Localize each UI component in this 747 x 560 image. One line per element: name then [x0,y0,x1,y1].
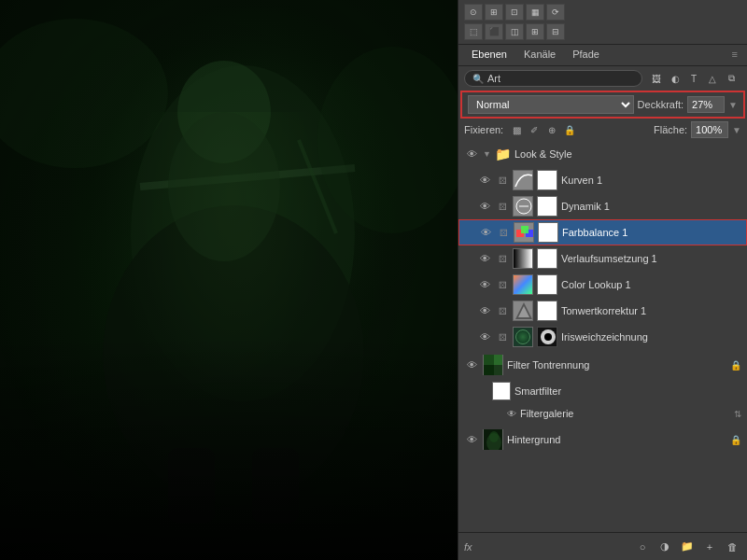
tool-icon-3[interactable]: ⊡ [505,4,524,21]
group-collapse-icon[interactable]: ▼ [483,149,491,159]
eye-tonwert[interactable]: 👁 [477,303,492,318]
icon-image[interactable]: 🖼 [648,71,665,86]
link-iris[interactable]: ⚄ [496,330,509,343]
toolbar-row-2: ⬚ ⬛ ◫ ⊞ ⊟ [464,23,741,40]
layer-name-filtergalerie: Filtergalerie [520,408,730,419]
mask-kurven [537,170,557,190]
lock-hintergrund: 🔒 [730,435,741,445]
icon-shape[interactable]: △ [704,71,721,86]
icon-text[interactable]: T [685,71,702,86]
thumb-filter [483,355,503,375]
layer-name-farbbalance: Farbbalance 1 [562,227,740,238]
svg-point-28 [489,431,499,442]
eye-filtergalerie-small[interactable]: 👁 [507,409,516,419]
tab-kanaele[interactable]: Kanäle [516,45,563,65]
thumb-hintergrund [483,429,503,450]
tool-icon-8[interactable]: ◫ [505,23,524,40]
eye-dynamik[interactable]: 👁 [477,199,492,214]
svg-rect-25 [494,365,502,375]
thumb-kurven [513,170,533,190]
layer-name-smartfilter: Smartfilter [514,385,741,397]
blend-mode-select[interactable]: Normal [468,95,634,114]
eye-iris[interactable]: 👁 [477,329,492,344]
tool-icon-2[interactable]: ⊞ [485,4,503,21]
tool-icon-5[interactable]: ⟳ [546,4,565,21]
filtergalerie-icon: ⇅ [734,409,741,419]
icon-smart[interactable]: ⧉ [723,71,740,86]
opacity-dropdown-icon[interactable]: ▼ [728,100,738,110]
layer-name-kurven: Kurven 1 [561,175,741,186]
layer-row-iris[interactable]: 👁 ⚄ Irisweichzeichnung [458,324,747,350]
tool-icon-7[interactable]: ⬛ [485,23,503,40]
svg-rect-22 [484,355,494,365]
layer-row-verlauf[interactable]: 👁 ⚄ Verlaufsumsetzung 1 [458,245,747,272]
layer-name-tonwert: Tonwertkorrektur 1 [561,305,741,316]
tool-icon-6[interactable]: ⬚ [464,23,483,40]
link-tonwert[interactable]: ⚄ [496,304,509,317]
tool-icon-9[interactable]: ⊞ [526,23,544,40]
layer-row-smartfilter[interactable]: Smartfilter [458,380,747,402]
search-container: 🔍 Art [464,70,642,87]
fix-icon-move[interactable]: ⊕ [544,123,559,136]
fill-value[interactable]: 100% [691,121,728,138]
fix-icon-lock[interactable]: 🔒 [562,123,577,136]
layer-name-filter: Filter Tontrennung [507,359,726,371]
fix-icon-brush[interactable]: ✐ [527,123,542,136]
eye-filter[interactable]: 👁 [464,357,479,372]
layer-row-kurven[interactable]: 👁 ⚄ Kurven 1 [458,167,747,193]
tool-icon-4[interactable]: ▦ [526,4,544,21]
bottom-btn-group[interactable]: 📁 [678,538,697,556]
opacity-label: Deckkraft: [638,99,684,110]
opacity-value[interactable]: 27% [687,96,725,113]
eye-colorlookup[interactable]: 👁 [477,277,492,292]
fix-row: Fixieren: ▩ ✐ ⊕ 🔒 Fläche: 100% ▼ [458,119,747,141]
layer-row-hintergrund[interactable]: 👁 Hintergrund 🔒 [458,425,747,455]
lock-filter: 🔒 [730,360,741,371]
bottom-btn-circle[interactable]: ○ [633,538,652,556]
eye-icon-group[interactable]: 👁 [464,147,479,161]
eye-hintergrund[interactable]: 👁 [464,432,479,447]
panel-menu-icon[interactable]: ≡ [728,45,741,65]
layer-name-colorlookup: Color Lookup 1 [561,279,741,290]
link-kurven[interactable]: ⚄ [496,174,509,187]
mask-dynamik [537,196,557,217]
link-verlauf[interactable]: ⚄ [496,252,509,265]
layer-row-farbbalance[interactable]: 👁 ⚄ Farbbalance 1 [458,219,747,245]
svg-point-8 [168,112,280,261]
layer-row-colorlookup[interactable]: 👁 ⚄ Color Lookup 1 [458,272,747,298]
layer-name-verlauf: Verlaufsumsetzung 1 [561,253,741,264]
svg-point-21 [544,333,552,341]
link-colorlookup[interactable]: ⚄ [496,278,509,291]
toolbar-row-1: ⊙ ⊞ ⊡ ▦ ⟳ [464,4,741,21]
svg-rect-23 [494,355,502,365]
tab-pfade[interactable]: Pfade [565,45,607,65]
fx-button[interactable]: fx [464,541,472,553]
fix-icon-checkerboard[interactable]: ▩ [509,123,524,136]
mask-verlauf [537,248,557,269]
bottom-btn-delete[interactable]: 🗑 [723,538,741,556]
tab-ebenen[interactable]: Ebenen [464,45,514,65]
bottom-toolbar: fx ○ ◑ 📁 + 🗑 [458,532,747,560]
link-dynamik[interactable]: ⚄ [496,200,509,213]
fill-dropdown-icon[interactable]: ▼ [732,125,741,135]
search-input[interactable]: Art [487,73,500,84]
layer-group-look-style[interactable]: 👁 ▼ 📁 Look & Style [458,141,747,167]
layer-row-dynamik[interactable]: 👁 ⚄ Dynamik 1 [458,193,747,219]
thumb-verlauf [513,248,533,269]
eye-farbbalance[interactable]: 👁 [478,225,493,240]
canvas-image [0,0,458,560]
eye-verlauf[interactable]: 👁 [477,251,492,266]
eye-kurven[interactable]: 👁 [477,173,492,188]
right-panel: ⊙ ⊞ ⊡ ▦ ⟳ ⬚ ⬛ ◫ ⊞ ⊟ Ebenen Kanäle Pfade … [458,0,747,560]
icon-adjust[interactable]: ◐ [667,71,684,86]
mask-colorlookup [537,274,557,295]
link-farbbalance[interactable]: ⚄ [497,226,510,239]
bottom-btn-new[interactable]: + [700,538,719,556]
tool-icon-1[interactable]: ⊙ [464,4,483,21]
layer-row-filter[interactable]: 👁 Filter Tontrennung 🔒 [458,350,747,380]
tool-icon-10[interactable]: ⊟ [546,23,565,40]
layer-name-hintergrund: Hintergrund [507,434,726,445]
bottom-btn-adjustment[interactable]: ◑ [655,538,674,556]
layer-row-filtergalerie[interactable]: 👁 Filtergalerie ⇅ [458,402,747,425]
layer-row-tonwert[interactable]: 👁 ⚄ Tonwertkorrektur 1 [458,298,747,324]
